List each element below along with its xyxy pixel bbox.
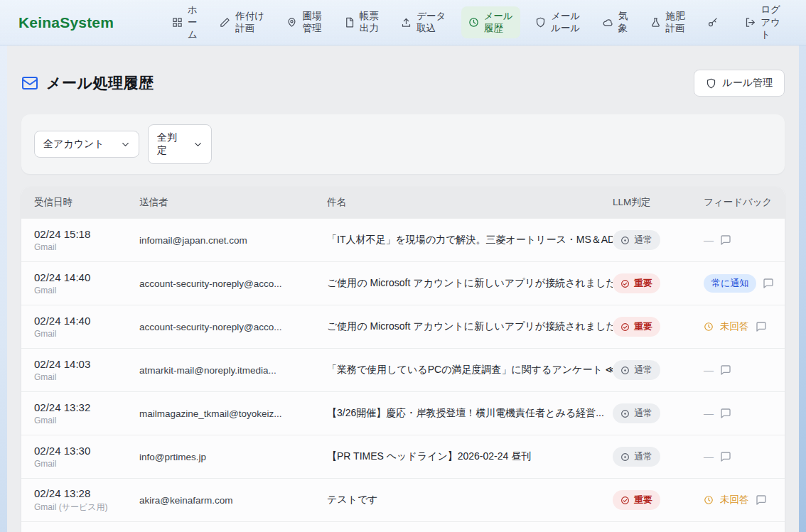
- table-row[interactable]: 02/24 13:30 Gmail info@prtimes.jp 【PR TI…: [21, 435, 785, 478]
- nav-item-label: 気 象: [618, 10, 628, 35]
- judgment-badge: 重要: [613, 273, 660, 293]
- nav-item-flask[interactable]: 施肥 計画: [643, 6, 692, 38]
- nav-item-key[interactable]: [700, 13, 730, 31]
- account-label: Gmail: [34, 286, 139, 295]
- table-body: 02/24 15:18 Gmail infomail@japan.cnet.co…: [21, 218, 785, 532]
- cell-datetime: 02/24 15:18 Gmail: [34, 228, 139, 252]
- cloud-icon: [603, 17, 613, 28]
- cell-sender: account-security-noreply@acco...: [139, 278, 327, 289]
- cell-sender: account-security-noreply@acco...: [139, 322, 327, 332]
- nav-item-label: 圃場 管理: [302, 10, 321, 35]
- nav-item-home[interactable]: ホ ー ム: [165, 0, 205, 45]
- filter-bar: 全アカウント 全判定: [21, 114, 785, 174]
- nav-item-history[interactable]: メール 履歴: [461, 6, 520, 38]
- feedback-label: —: [704, 451, 714, 462]
- judgment-label: 通常: [634, 450, 652, 463]
- nav-item-label: 帳票 出力: [360, 10, 379, 35]
- comment-bubble-icon[interactable]: [756, 321, 767, 332]
- cell-subject: 【3/26開催】慶応・岸教授登壇！横川電機責任者とみる経営...: [327, 407, 613, 420]
- account-label: Gmail: [34, 372, 139, 382]
- received-time: 02/24 15:18: [34, 228, 139, 240]
- table-row[interactable]: 02/24 14:03 Gmail atmarkit-mail@noreply.…: [21, 348, 785, 391]
- clock-icon: [704, 322, 714, 332]
- nav-item-label: メール 履歴: [484, 10, 513, 35]
- flask-icon: [650, 17, 661, 28]
- cell-feedback: —: [704, 408, 785, 419]
- cell-judgment: 通常: [613, 360, 704, 380]
- cell-judgment: 通常: [613, 403, 704, 423]
- nav-item-logout[interactable]: ログ アウ ト: [738, 0, 788, 45]
- rule-management-button[interactable]: ルール管理: [694, 70, 785, 97]
- dot-circle-icon: [620, 452, 630, 462]
- comment-bubble-icon[interactable]: [720, 451, 731, 462]
- judgment-badge: 通常: [613, 447, 660, 467]
- table-row[interactable]: 02/24 13:28 Gmail (サービス用) akira@keinafar…: [21, 478, 785, 521]
- history-icon: [468, 17, 479, 28]
- comment-bubble-icon[interactable]: [720, 408, 731, 419]
- judgment-badge: 通常: [613, 403, 660, 423]
- received-time: 02/24 14:03: [34, 358, 139, 370]
- nav-item-document[interactable]: 帳票 出力: [337, 6, 386, 38]
- column-header-sender: 送信者: [139, 196, 327, 209]
- comment-bubble-icon[interactable]: [756, 494, 767, 506]
- pencil-icon: [220, 17, 230, 28]
- dot-circle-icon: [620, 409, 630, 418]
- cell-sender: atmarkit-mail@noreply.itmedia...: [139, 365, 327, 376]
- judgment-badge: 重要: [613, 490, 660, 510]
- feedback-label: —: [704, 234, 714, 246]
- nav-item-cloud[interactable]: 気 象: [596, 6, 635, 38]
- comment-bubble-icon[interactable]: [763, 278, 774, 289]
- received-time: 02/24 14:40: [34, 315, 139, 327]
- comment-bubble-icon[interactable]: [720, 364, 731, 376]
- judgment-badge: 通常: [613, 230, 660, 250]
- mail-history-table: 受信日時 送信者 件名 LLM判定 フィードバック 02/24 15:18 Gm…: [21, 187, 785, 532]
- table-row[interactable]: 02/24 14:40 Gmail account-security-norep…: [21, 305, 785, 348]
- account-filter-select[interactable]: 全アカウント: [34, 131, 139, 158]
- cell-feedback: 未回答: [704, 320, 785, 333]
- nav-item-upload[interactable]: データ 取込: [394, 6, 453, 38]
- account-label: Gmail: [34, 416, 139, 425]
- dot-circle-icon: [620, 366, 630, 375]
- comment-bubble-icon[interactable]: [720, 234, 731, 246]
- cell-datetime: 02/24 13:32 Gmail: [34, 401, 139, 425]
- cell-subject: ご使用の Microsoft アカウントに新しいアプリが接続されました: [327, 320, 613, 333]
- check-circle-icon: [620, 279, 630, 288]
- nav-item-pencil[interactable]: 作付け 計画: [213, 6, 272, 38]
- check-circle-icon: [620, 496, 630, 505]
- cell-judgment: 重要: [613, 317, 704, 337]
- judgment-badge: 重要: [613, 317, 660, 337]
- table-header-row: 受信日時 送信者 件名 LLM判定 フィードバック: [21, 187, 785, 218]
- rule-management-label: ルール管理: [722, 77, 773, 89]
- cell-subject: 「業務で使用しているPCの満足度調査」に関するアンケート ≪...: [327, 364, 613, 376]
- cell-judgment: 重要: [613, 490, 704, 510]
- feedback-label: 未回答: [720, 494, 749, 506]
- account-filter-value: 全アカウント: [43, 138, 104, 151]
- table-row[interactable]: 02/24 14:40 Gmail account-security-norep…: [21, 261, 785, 305]
- judgment-filter-select[interactable]: 全判定: [148, 124, 212, 164]
- nav-item-label: 施肥 計画: [666, 10, 685, 35]
- page-title: メール処理履歴: [46, 73, 154, 93]
- judgment-label: 通常: [634, 364, 652, 376]
- chevron-down-icon: [193, 140, 203, 149]
- dot-circle-icon: [620, 236, 630, 245]
- account-label: Gmail: [34, 329, 139, 339]
- cell-sender: infomail@japan.cnet.com: [139, 235, 327, 246]
- cell-subject: 「IT人材不足」を現場の力で解決。三菱オートリース・MS＆AD...: [327, 234, 613, 246]
- table-row[interactable]: 02/24 13:32 Gmail mailmagazine_tkmail@to…: [21, 391, 785, 435]
- cell-judgment: 重要: [613, 273, 704, 293]
- shield-icon: [706, 78, 716, 89]
- brand-logo[interactable]: KeinaSystem: [18, 14, 114, 31]
- nav-item-shield[interactable]: メール ルール: [528, 6, 587, 38]
- cell-feedback: —: [704, 364, 785, 376]
- cell-datetime: 02/24 14:40 Gmail: [34, 315, 139, 339]
- table-row[interactable]: 02/24 15:18 Gmail infomail@japan.cnet.co…: [21, 218, 785, 261]
- table-row[interactable]: 02/24 12:10 digital@kochinews.jp 四万十福祉専門…: [21, 521, 785, 532]
- cell-sender: info@prtimes.jp: [139, 452, 327, 462]
- map-pin-icon: [286, 17, 297, 28]
- nav-item-map-pin[interactable]: 圃場 管理: [279, 6, 328, 38]
- logout-icon: [745, 17, 756, 28]
- feedback-label: 未回答: [720, 320, 749, 333]
- feedback-label: —: [704, 364, 714, 376]
- mail-icon: [21, 75, 38, 92]
- nav-item-label: 作付け 計画: [235, 10, 264, 35]
